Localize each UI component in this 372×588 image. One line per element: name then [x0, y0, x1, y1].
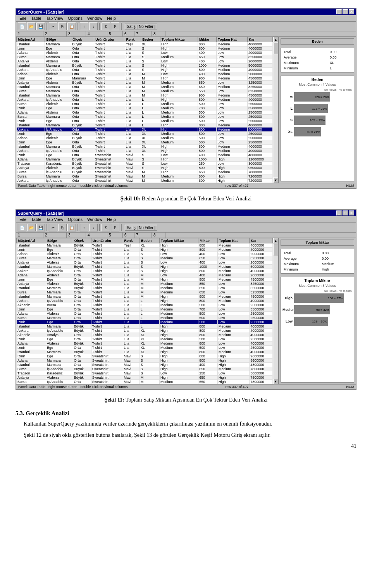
tb1-copy-btn[interactable]: ⎘ — [58, 22, 67, 30]
table2-cell: 2500000 — [250, 316, 273, 320]
table1-cell: Lila — [125, 76, 141, 81]
menu2-window[interactable]: Window — [85, 217, 105, 222]
tb2-new-btn[interactable]: 📄 — [18, 224, 26, 231]
table1-cell: Lila — [125, 64, 141, 68]
page-number: 41 — [16, 443, 356, 449]
table1-cell: Büyük — [71, 42, 94, 47]
table1-cell: XL — [141, 128, 160, 132]
tb1-sort-desc-btn[interactable]: ↓ — [89, 22, 98, 30]
menu2-tabview[interactable]: Tab View — [44, 217, 65, 222]
table1-cell: 2500000 — [248, 110, 273, 115]
table1-cell: Sweatshirt — [94, 162, 125, 166]
window2-scroll-thumb[interactable] — [274, 244, 278, 255]
window2-scrollbar[interactable]: ▲ ▼ — [273, 238, 278, 384]
table2-cell: İstanbul — [17, 286, 46, 290]
tb2-func-btn[interactable]: F — [111, 224, 119, 231]
table2-cell: Orta — [73, 346, 91, 350]
tb1-func-btn[interactable]: F — [111, 22, 119, 30]
win2-minimize-btn[interactable]: _ — [336, 210, 342, 216]
tb1-open-btn[interactable]: 📂 — [27, 22, 36, 30]
table2-cell: 650 — [198, 286, 218, 290]
table1-cell: Low — [217, 51, 248, 55]
table2-cell: Büyük — [73, 265, 91, 269]
window2-scroll-down[interactable]: ▼ — [273, 379, 279, 384]
menu2-help[interactable]: Help — [105, 217, 118, 222]
table1-row: İzmirEgeOrtaT-shirtLilaLMedium700Low3500… — [17, 106, 273, 110]
win1-minimize-btn[interactable]: _ — [336, 9, 342, 14]
col-num-3: 3 — [67, 31, 86, 36]
tb1-paste-btn[interactable]: 📋 — [67, 22, 76, 30]
window1-scroll-thumb[interactable] — [274, 43, 278, 54]
table2-cell: 4000000 — [250, 350, 273, 354]
table1-cell: High — [160, 128, 198, 132]
table1-cell: Adana — [17, 157, 45, 162]
menu1-file[interactable]: Eile — [17, 16, 29, 21]
tb2-sort-desc-btn[interactable]: ↓ — [89, 224, 98, 231]
table1-cell: Mavi — [125, 170, 141, 174]
win1-maximize-btn[interactable]: □ — [343, 9, 348, 14]
table1-cell: 500 — [198, 102, 217, 106]
table2-cell: Low — [218, 341, 250, 346]
menu2-options[interactable]: Options — [65, 217, 85, 222]
th1-toplamMiktar: Toplam Miktar — [160, 37, 198, 42]
menu1-window[interactable]: Window — [85, 16, 105, 21]
window2-scroll-up[interactable]: ▲ — [273, 238, 279, 243]
table2-cell: Orta — [73, 380, 91, 384]
chart1-bar-label: L — [282, 107, 293, 110]
table2-cell: High — [160, 243, 198, 248]
tb1-sum-btn[interactable]: Σ — [102, 22, 110, 30]
table1-cell: Adana — [17, 136, 45, 140]
tb2-open-btn[interactable]: 📂 — [27, 224, 36, 231]
tb1-sep2 — [78, 23, 78, 30]
table2-cell: S — [140, 248, 159, 252]
table2-cell: XL — [140, 333, 159, 337]
table2-cell: Ankara — [17, 269, 46, 273]
table1-row: AntalyaAkdenizOrtaT-shirtLilaSLow400Low2… — [17, 59, 273, 64]
menu2-table[interactable]: Table — [29, 217, 43, 222]
window2-num: NUM — [346, 385, 355, 389]
table1-cell: Orta — [71, 179, 94, 183]
table2-cell: 800 — [198, 324, 218, 329]
menu1-options[interactable]: Options — [65, 16, 85, 21]
window1-scrollbar[interactable]: ▲ ▼ — [273, 37, 278, 183]
window1-row-info: row 337 of 427 — [226, 184, 249, 188]
window1-scroll-down[interactable]: ▼ — [273, 178, 279, 183]
chart2-bar-value: 160 = 37% — [328, 297, 343, 300]
tb1-new-btn[interactable]: 📄 — [18, 22, 26, 30]
table2-cell: Marmara — [46, 363, 73, 367]
table2-cell: T-shirt — [91, 252, 123, 256]
table2-cell: Büyük — [73, 350, 91, 354]
table1-row: AntalyaAkdenizBüyükT-shirtLilaMMedium850… — [17, 81, 273, 85]
tb2-save-btn[interactable]: 💾 — [36, 224, 45, 231]
table1-cell: Orta — [71, 132, 94, 136]
table2-cell: Bursa — [17, 316, 46, 320]
menu2-file[interactable]: Eile — [17, 217, 29, 222]
table1-row: Ankaraİç AnadoluOrtaT-shirtLilaSHigh800M… — [17, 68, 273, 72]
tb2-cut-btn[interactable]: ✂ — [49, 224, 57, 231]
tb2-sum-btn[interactable]: Σ — [102, 224, 110, 231]
window1-stats-table: Total 0.00 Average 0.00 Maximum XL Min — [282, 49, 353, 71]
tb1-cut-btn[interactable]: ✂ — [49, 22, 57, 30]
menu1-help[interactable]: Help — [105, 16, 118, 21]
tb2-copy-btn[interactable]: ⎘ — [58, 224, 67, 231]
tb2-paste-btn[interactable]: 📋 — [67, 224, 76, 231]
tb1-save-btn[interactable]: 💾 — [36, 22, 45, 30]
table1-cell: S — [141, 153, 160, 157]
win2-maximize-btn[interactable]: □ — [343, 210, 348, 216]
tb2-sort-asc-btn[interactable]: ↑ — [80, 224, 88, 231]
tb1-sort-asc-btn[interactable]: ↑ — [80, 22, 88, 30]
win2-close-btn[interactable]: ✕ — [349, 210, 354, 216]
stats2-avg-val: 0.00 — [321, 256, 353, 261]
table2-cell: İstanbul — [17, 363, 46, 367]
table1-cell: T-shirt — [94, 59, 125, 64]
window1-scroll-up[interactable]: ▲ — [273, 37, 279, 42]
table2-cell: Antalya — [46, 333, 73, 337]
menu1-tabview[interactable]: Tab View — [44, 16, 65, 21]
menu1-table[interactable]: Table — [29, 16, 43, 21]
table1-cell: Low — [217, 81, 248, 85]
win1-close-btn[interactable]: ✕ — [349, 9, 354, 14]
table1-cell: Mavi — [125, 179, 141, 183]
table1-cell: Low — [217, 140, 248, 145]
table2-cell: Lila — [123, 337, 140, 341]
table1-cell: Orta — [71, 68, 94, 72]
